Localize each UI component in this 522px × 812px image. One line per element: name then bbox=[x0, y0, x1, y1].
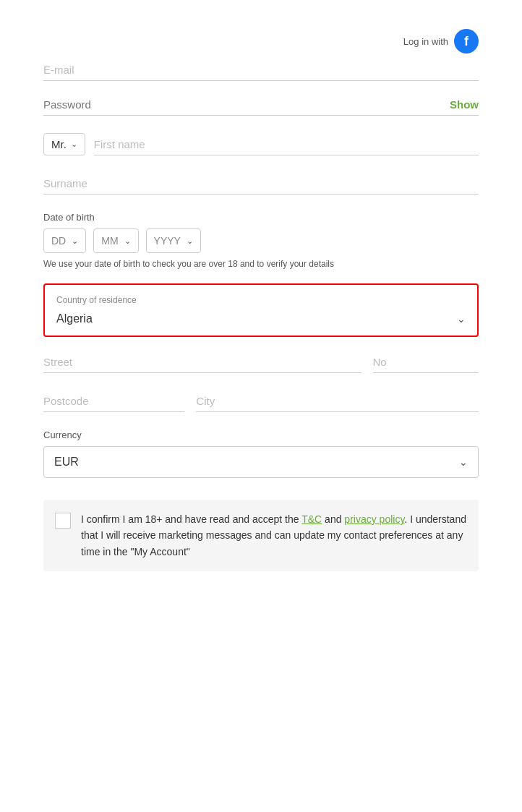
currency-label: Currency bbox=[43, 429, 479, 440]
name-row: Mr. ⌄ bbox=[43, 133, 479, 155]
city-group bbox=[196, 390, 479, 412]
country-residence-box: Country of residence Algeria ⌄ bbox=[43, 283, 479, 337]
currency-value: EUR bbox=[54, 456, 79, 469]
dob-day-value: DD bbox=[51, 235, 66, 247]
currency-select[interactable]: EUR ⌄ bbox=[43, 446, 479, 478]
salutation-chevron-icon: ⌄ bbox=[71, 140, 77, 149]
dob-month-chevron-icon: ⌄ bbox=[124, 236, 131, 246]
currency-chevron-icon: ⌄ bbox=[459, 456, 468, 468]
salutation-select[interactable]: Mr. ⌄ bbox=[43, 133, 85, 155]
dob-year-value: YYYY bbox=[154, 235, 181, 247]
dob-month-select[interactable]: MM ⌄ bbox=[93, 228, 138, 253]
dob-section: Date of birth DD ⌄ MM ⌄ YYYY ⌄ We use yo… bbox=[43, 212, 479, 269]
postcode-input[interactable] bbox=[43, 390, 184, 412]
dob-month-value: MM bbox=[101, 235, 118, 247]
consent-text-before: I confirm I am 18+ and have read and acc… bbox=[81, 513, 301, 525]
city-input[interactable] bbox=[196, 390, 479, 412]
email-input[interactable] bbox=[43, 59, 479, 81]
street-group bbox=[43, 351, 361, 373]
dob-label: Date of birth bbox=[43, 212, 479, 223]
firstname-input[interactable] bbox=[94, 134, 479, 155]
country-residence-value: Algeria bbox=[56, 312, 93, 325]
consent-checkbox[interactable] bbox=[55, 513, 71, 529]
country-residence-label: Country of residence bbox=[56, 295, 466, 305]
password-input[interactable] bbox=[43, 98, 450, 111]
surname-field-group bbox=[43, 173, 479, 195]
facebook-login-button[interactable]: f bbox=[454, 29, 479, 54]
email-field-group bbox=[43, 59, 479, 81]
postcode-group bbox=[43, 390, 184, 412]
show-password-button[interactable]: Show bbox=[450, 98, 479, 111]
tc-link[interactable]: T&C bbox=[301, 513, 322, 525]
dob-hint: We use your date of birth to check you a… bbox=[43, 259, 479, 269]
country-chevron-icon: ⌄ bbox=[457, 313, 466, 325]
dob-year-select[interactable]: YYYY ⌄ bbox=[146, 228, 201, 253]
privacy-policy-link[interactable]: privacy policy bbox=[344, 513, 404, 525]
dob-day-chevron-icon: ⌄ bbox=[72, 236, 78, 246]
password-field-group: Show bbox=[43, 98, 479, 116]
currency-section: Currency EUR ⌄ bbox=[43, 429, 479, 478]
postcode-city-row bbox=[43, 390, 479, 412]
consent-and: and bbox=[322, 513, 344, 525]
no-input[interactable] bbox=[373, 351, 479, 373]
consent-text: I confirm I am 18+ and have read and acc… bbox=[81, 511, 467, 560]
consent-box: I confirm I am 18+ and have read and acc… bbox=[43, 500, 479, 571]
salutation-value: Mr. bbox=[51, 138, 67, 150]
street-input[interactable] bbox=[43, 351, 361, 373]
country-residence-select[interactable]: Algeria ⌄ bbox=[56, 312, 466, 325]
dob-year-chevron-icon: ⌄ bbox=[187, 236, 193, 246]
surname-input[interactable] bbox=[43, 173, 479, 195]
dob-day-select[interactable]: DD ⌄ bbox=[43, 228, 86, 253]
dob-row: DD ⌄ MM ⌄ YYYY ⌄ bbox=[43, 228, 479, 253]
no-group bbox=[373, 351, 479, 373]
street-no-row bbox=[43, 351, 479, 373]
social-login-row: Log in with f bbox=[43, 29, 479, 54]
login-with-label: Log in with bbox=[403, 36, 448, 47]
